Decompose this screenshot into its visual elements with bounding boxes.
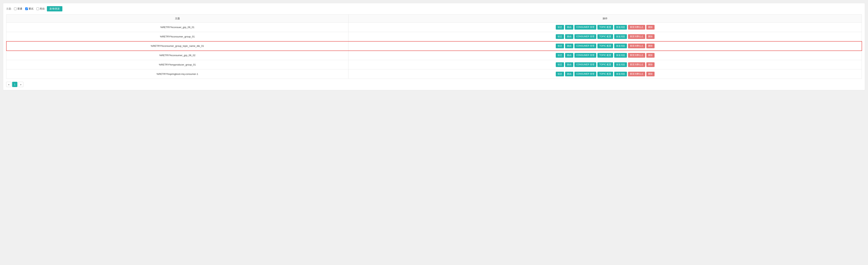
table-row: %RETRY%consumer_group_01状态路由CONSUMER 管理T… xyxy=(6,32,862,42)
checkbox-dead[interactable]: 死信 xyxy=(36,7,44,10)
topic-table: 主题 操作 %RETRY%consuer_grp_09_01状态路由CONSUM… xyxy=(6,15,862,79)
table-row: %RETRY%springboot-mq-consumer-1状态路由CONSU… xyxy=(6,70,862,79)
reset-offset-button[interactable]: 重置消费位点 xyxy=(628,44,645,48)
delete-button[interactable]: 删除 xyxy=(646,34,655,39)
status-button[interactable]: 状态 xyxy=(556,44,564,48)
delete-button[interactable]: 删除 xyxy=(646,62,655,67)
add-update-button[interactable]: 新增/更新 xyxy=(47,6,63,11)
consumer-mgmt-button[interactable]: CONSUMER 管理 xyxy=(575,25,596,30)
action-cell: 状态路由CONSUMER 管理TOPIC 配置发送消息重置消费位点删除 xyxy=(348,70,862,79)
topic-config-button[interactable]: TOPIC 配置 xyxy=(597,53,613,58)
action-buttons-group: 状态路由CONSUMER 管理TOPIC 配置发送消息重置消费位点删除 xyxy=(351,62,859,67)
status-button[interactable]: 状态 xyxy=(556,34,564,39)
checkbox-dead-label: 死信 xyxy=(40,7,44,10)
send-msg-button[interactable]: 发送消息 xyxy=(614,34,627,39)
page-prev-button[interactable]: « xyxy=(6,82,11,87)
topic-cell: %RETRY%consumer_group_topic_name_dle_01 xyxy=(6,42,348,51)
reset-offset-button[interactable]: 重置消费位点 xyxy=(628,25,645,30)
page-1-button[interactable]: 1 xyxy=(12,82,18,87)
toolbar: 主题: 普通 重试 死信 新增/更新 xyxy=(6,6,862,11)
delete-button[interactable]: 删除 xyxy=(646,72,655,76)
send-msg-button[interactable]: 发送消息 xyxy=(614,53,627,58)
table-row: %RETRY%consuer_grp_09_01状态路由CONSUMER 管理T… xyxy=(6,23,862,32)
topic-config-button[interactable]: TOPIC 配置 xyxy=(597,25,613,30)
status-button[interactable]: 状态 xyxy=(556,25,564,30)
reset-offset-button[interactable]: 重置消费位点 xyxy=(628,72,645,76)
send-msg-button[interactable]: 发送消息 xyxy=(614,62,627,67)
delete-button[interactable]: 删除 xyxy=(646,44,655,48)
consumer-mgmt-button[interactable]: CONSUMER 管理 xyxy=(575,53,596,58)
topic-config-button[interactable]: TOPIC 配置 xyxy=(597,62,613,67)
topic-cell: %RETRY%consumer_group_01 xyxy=(6,32,348,42)
checkbox-normal[interactable]: 普通 xyxy=(14,7,22,10)
route-button[interactable]: 路由 xyxy=(565,72,573,76)
col-header-action: 操作 xyxy=(348,15,862,23)
route-button[interactable]: 路由 xyxy=(565,53,573,58)
checkbox-retry-label: 重试 xyxy=(29,7,33,10)
table-row: %RETRY%consumer_group_topic_name_dle_01状… xyxy=(6,42,862,51)
action-buttons-group: 状态路由CONSUMER 管理TOPIC 配置发送消息重置消费位点删除 xyxy=(351,25,859,30)
action-buttons-group: 状态路由CONSUMER 管理TOPIC 配置发送消息重置消费位点删除 xyxy=(351,53,859,58)
reset-offset-button[interactable]: 重置消费位点 xyxy=(628,34,645,39)
action-buttons-group: 状态路由CONSUMER 管理TOPIC 配置发送消息重置消费位点删除 xyxy=(351,72,859,76)
route-button[interactable]: 路由 xyxy=(565,62,573,67)
pagination: « 1 » xyxy=(6,82,862,87)
table-row: %RETRY%myproducer_group_01状态路由CONSUMER 管… xyxy=(6,60,862,70)
table-row: %RETRY%consumer_grp_06_02状态路由CONSUMER 管理… xyxy=(6,51,862,60)
topic-label: 主题: xyxy=(6,7,12,10)
action-buttons-group: 状态路由CONSUMER 管理TOPIC 配置发送消息重置消费位点删除 xyxy=(351,44,859,48)
checkbox-normal-input[interactable] xyxy=(14,7,17,10)
checkbox-normal-label: 普通 xyxy=(18,7,22,10)
delete-button[interactable]: 删除 xyxy=(646,53,655,58)
send-msg-button[interactable]: 发送消息 xyxy=(614,44,627,48)
action-cell: 状态路由CONSUMER 管理TOPIC 配置发送消息重置消费位点删除 xyxy=(348,23,862,32)
consumer-mgmt-button[interactable]: CONSUMER 管理 xyxy=(575,44,596,48)
topic-config-button[interactable]: TOPIC 配置 xyxy=(597,34,613,39)
action-cell: 状态路由CONSUMER 管理TOPIC 配置发送消息重置消费位点删除 xyxy=(348,32,862,42)
topic-cell: %RETRY%springboot-mq-consumer-1 xyxy=(6,70,348,79)
topic-config-button[interactable]: TOPIC 配置 xyxy=(597,72,613,76)
consumer-mgmt-button[interactable]: CONSUMER 管理 xyxy=(575,34,596,39)
checkbox-dead-input[interactable] xyxy=(36,7,39,10)
route-button[interactable]: 路由 xyxy=(565,44,573,48)
action-cell: 状态路由CONSUMER 管理TOPIC 配置发送消息重置消费位点删除 xyxy=(348,42,862,51)
topic-cell: %RETRY%myproducer_group_01 xyxy=(6,60,348,70)
send-msg-button[interactable]: 发送消息 xyxy=(614,72,627,76)
action-cell: 状态路由CONSUMER 管理TOPIC 配置发送消息重置消费位点删除 xyxy=(348,60,862,70)
consumer-mgmt-button[interactable]: CONSUMER 管理 xyxy=(575,72,596,76)
route-button[interactable]: 路由 xyxy=(565,25,573,30)
action-cell: 状态路由CONSUMER 管理TOPIC 配置发送消息重置消费位点删除 xyxy=(348,51,862,60)
page-next-button[interactable]: » xyxy=(18,82,23,87)
status-button[interactable]: 状态 xyxy=(556,62,564,67)
status-button[interactable]: 状态 xyxy=(556,53,564,58)
topic-config-button[interactable]: TOPIC 配置 xyxy=(597,44,613,48)
action-buttons-group: 状态路由CONSUMER 管理TOPIC 配置发送消息重置消费位点删除 xyxy=(351,34,859,39)
route-button[interactable]: 路由 xyxy=(565,34,573,39)
delete-button[interactable]: 删除 xyxy=(646,25,655,30)
status-button[interactable]: 状态 xyxy=(556,72,564,76)
main-container: 主题: 普通 重试 死信 新增/更新 主题 操作 %RETRY%co xyxy=(3,3,865,90)
col-header-topic: 主题 xyxy=(6,15,348,23)
reset-offset-button[interactable]: 重置消费位点 xyxy=(628,62,645,67)
send-msg-button[interactable]: 发送消息 xyxy=(614,25,627,30)
topic-cell: %RETRY%consumer_grp_06_02 xyxy=(6,51,348,60)
checkbox-retry-input[interactable] xyxy=(25,7,28,10)
topic-cell: %RETRY%consuer_grp_09_01 xyxy=(6,23,348,32)
consumer-mgmt-button[interactable]: CONSUMER 管理 xyxy=(575,62,596,67)
checkbox-group: 普通 重试 死信 xyxy=(14,7,44,10)
checkbox-retry[interactable]: 重试 xyxy=(25,7,33,10)
reset-offset-button[interactable]: 重置消费位点 xyxy=(628,53,645,58)
